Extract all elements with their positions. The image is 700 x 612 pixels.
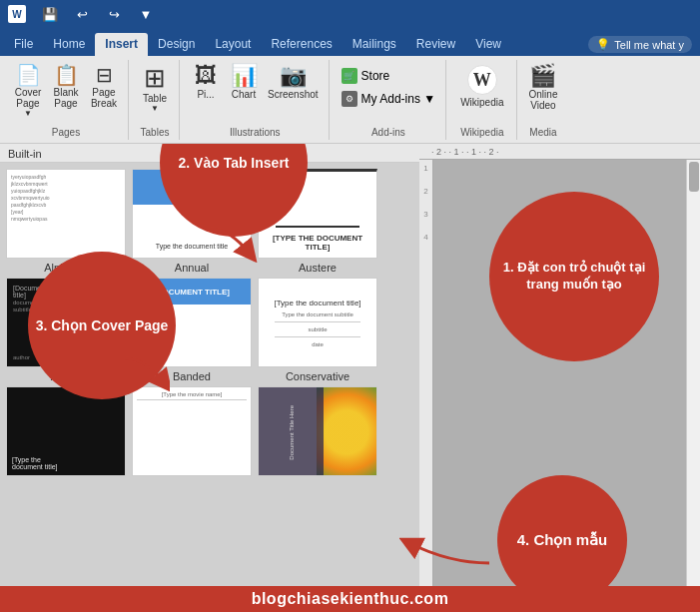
page-break-icon: ⊟ — [96, 65, 113, 85]
screenshot-button[interactable]: 📷 Screenshot — [264, 62, 323, 103]
scroll-thumb[interactable] — [689, 162, 699, 192]
wikipedia-button[interactable]: W Wikipedia — [454, 62, 509, 111]
template-austere-thumb[interactable]: [TYPE THE DOCUMENT TITLE] — [258, 169, 377, 259]
online-video-label: OnlineVideo — [529, 89, 558, 111]
template-banded-thumb[interactable]: [DOCUMENT TITLE] — [132, 278, 252, 367]
quick-access-toolbar[interactable]: 💾 ↩ ↪ ▼ — [36, 4, 160, 24]
store-item[interactable]: 🛒 Store — [338, 66, 440, 86]
save-button[interactable]: 💾 — [36, 4, 64, 24]
tab-layout[interactable]: Layout — [205, 33, 261, 56]
ribbon-group-wikipedia: W Wikipedia Wikipedia — [448, 60, 516, 140]
tab-view[interactable]: View — [465, 33, 511, 56]
screenshot-label: Screenshot — [268, 89, 319, 100]
media-group-label: Media — [529, 127, 556, 140]
tab-insert[interactable]: Insert — [95, 33, 148, 56]
template-annual[interactable]: Type the document title Annual — [132, 169, 252, 274]
online-video-icon: 🎬 — [529, 65, 556, 87]
template-facet-thumb[interactable]: [Type thedocument title] — [6, 386, 126, 476]
template-filigree[interactable]: [Type the movie name] — [132, 386, 252, 479]
undo-button[interactable]: ↩ — [68, 4, 96, 24]
tab-references[interactable]: References — [261, 33, 342, 56]
store-label: Store — [361, 69, 390, 83]
pages-group-label: Pages — [52, 127, 80, 140]
addins-group-label: Add-ins — [371, 127, 405, 140]
blank-page-button[interactable]: 📋 BlankPage — [48, 62, 84, 112]
blank-page-icon: 📋 — [54, 65, 79, 85]
store-icon: 🛒 — [342, 68, 357, 84]
tab-home[interactable]: Home — [43, 33, 95, 56]
redo-button[interactable]: ↪ — [100, 4, 128, 24]
template-austin[interactable]: [Documenttitle]documentsubtitle author A… — [6, 278, 126, 382]
ribbon-group-illustrations: 🖼 Pi... 📊 Chart 📷 Screenshot Illustratio… — [182, 60, 330, 140]
my-addins-icon: ⚙ — [342, 91, 357, 107]
chart-label: Chart — [232, 89, 256, 100]
template-ion[interactable]: Document Title Here — [258, 386, 377, 479]
template-ion-thumb[interactable]: Document Title Here — [258, 386, 377, 476]
template-banded[interactable]: [DOCUMENT TITLE] Banded — [132, 278, 252, 382]
customize-button[interactable]: ▼ — [132, 4, 160, 24]
ribbon: 📄 CoverPage ▼ 📋 BlankPage ⊟ PageBreak Pa… — [0, 56, 700, 144]
tables-buttons: ⊞ Table ▼ — [137, 62, 173, 116]
templates-row-3: [Type thedocument title] [Type the movie… — [6, 386, 413, 479]
title-bar: W 💾 ↩ ↪ ▼ — [0, 0, 700, 28]
cover-page-label: CoverPage — [15, 87, 42, 109]
media-buttons: 🎬 OnlineVideo — [525, 62, 562, 114]
pictures-label: Pi... — [197, 89, 214, 100]
chart-button[interactable]: 📊 Chart — [226, 62, 262, 103]
online-video-button[interactable]: 🎬 OnlineVideo — [525, 62, 562, 114]
pictures-icon: 🖼 — [195, 65, 217, 87]
illustrations-group-label: Illustrations — [230, 127, 281, 140]
template-conservative-thumb[interactable]: [Type the document title] Type the docum… — [258, 278, 377, 367]
page-break-label: PageBreak — [91, 87, 117, 109]
horizontal-ruler: · 2 · · 1 · · 1 · · 2 · — [419, 144, 700, 160]
template-austin-thumb[interactable]: [Documenttitle]documentsubtitle author — [6, 278, 126, 367]
template-annual-thumb[interactable]: Type the document title — [132, 169, 252, 259]
ribbon-group-tables: ⊞ Table ▼ Tables — [131, 60, 180, 140]
template-filigree-thumb[interactable]: [Type the movie name] — [132, 386, 252, 476]
app-icon: W — [8, 5, 26, 23]
cover-page-button[interactable]: 📄 CoverPage ▼ — [10, 62, 46, 121]
blank-page-label: BlankPage — [53, 87, 78, 109]
template-austere-name: Austere — [299, 262, 337, 274]
vertical-scrollbar[interactable] — [686, 160, 700, 612]
ribbon-tabs: File Home Insert Design Layout Reference… — [0, 28, 700, 56]
wikipedia-group-label: Wikipedia — [460, 127, 503, 140]
tab-file[interactable]: File — [4, 33, 43, 56]
template-austere[interactable]: [TYPE THE DOCUMENT TITLE] Austere — [258, 169, 377, 274]
tab-review[interactable]: Review — [406, 33, 465, 56]
template-annual-name: Annual — [175, 262, 209, 274]
tab-design[interactable]: Design — [148, 33, 205, 56]
table-arrow: ▼ — [151, 104, 159, 113]
template-alphabet-thumb[interactable]: tyeryuiopasdfghjklzxcvbnmqwertyuiopasdfg… — [6, 169, 126, 259]
table-button[interactable]: ⊞ Table ▼ — [137, 62, 173, 116]
ribbon-group-pages: 📄 CoverPage ▼ 📋 BlankPage ⊟ PageBreak Pa… — [4, 60, 129, 140]
my-addins-item[interactable]: ⚙ My Add-ins ▼ — [338, 89, 440, 109]
templates-scroll[interactable]: tyeryuiopasdfghjklzxcvbnmqwertyuiopasdfg… — [0, 163, 419, 609]
template-alphabet-name: Alphabet — [44, 262, 87, 274]
cover-page-icon: 📄 — [16, 65, 41, 85]
document-panel: Built-in tyeryuiopasdfghjklzxcvbnmqwerty… — [0, 144, 419, 612]
tell-me-input[interactable]: 💡 Tell me what y — [588, 36, 692, 53]
watermark: blogchiasekienthuc.com — [0, 586, 700, 612]
right-panel: · 2 · · 1 · · 1 · · 2 · 1234 — [419, 144, 700, 612]
template-facet[interactable]: [Type thedocument title] — [6, 386, 126, 479]
lightbulb-icon: 💡 — [596, 38, 610, 51]
template-alphabet[interactable]: tyeryuiopasdfghjklzxcvbnmqwertyuiopasdfg… — [6, 169, 126, 274]
template-conservative[interactable]: [Type the document title] Type the docum… — [258, 278, 377, 382]
tab-mailings[interactable]: Mailings — [343, 33, 406, 56]
template-banded-name: Banded — [173, 370, 211, 382]
screenshot-icon: 📷 — [280, 65, 307, 87]
tell-me-text: Tell me what y — [614, 39, 684, 51]
pages-buttons: 📄 CoverPage ▼ 📋 BlankPage ⊟ PageBreak — [10, 62, 122, 121]
tables-group-label: Tables — [141, 127, 170, 140]
illustrations-buttons: 🖼 Pi... 📊 Chart 📷 Screenshot — [188, 62, 323, 103]
my-addins-label: My Add-ins ▼ — [361, 92, 436, 106]
page-break-button[interactable]: ⊟ PageBreak — [86, 62, 122, 112]
templates-row-1: tyeryuiopasdfghjklzxcvbnmqwertyuiopasdfg… — [6, 169, 413, 274]
template-conservative-name: Conservative — [286, 370, 350, 382]
pictures-button[interactable]: 🖼 Pi... — [188, 62, 224, 103]
ribbon-group-addins: 🛒 Store ⚙ My Add-ins ▼ Add-ins — [332, 60, 447, 140]
templates-row-2: [Documenttitle]documentsubtitle author A… — [6, 278, 413, 382]
cover-page-arrow: ▼ — [24, 109, 32, 118]
table-icon: ⊞ — [144, 65, 166, 91]
